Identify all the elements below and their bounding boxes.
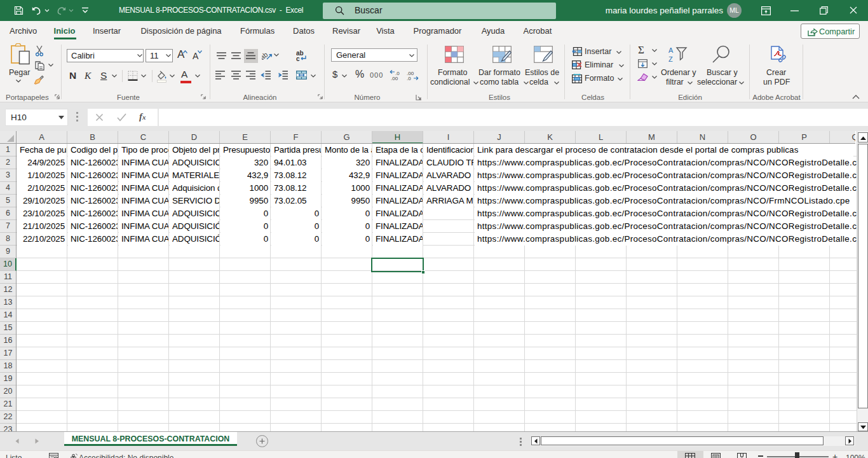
svg-text:A: A [668, 46, 674, 54]
svg-text:c: c [296, 55, 300, 62]
svg-text:.0: .0 [407, 76, 411, 81]
svg-text:Z: Z [668, 55, 673, 63]
svg-text:ab: ab [262, 50, 269, 61]
svg-text:.00: .00 [391, 76, 398, 81]
